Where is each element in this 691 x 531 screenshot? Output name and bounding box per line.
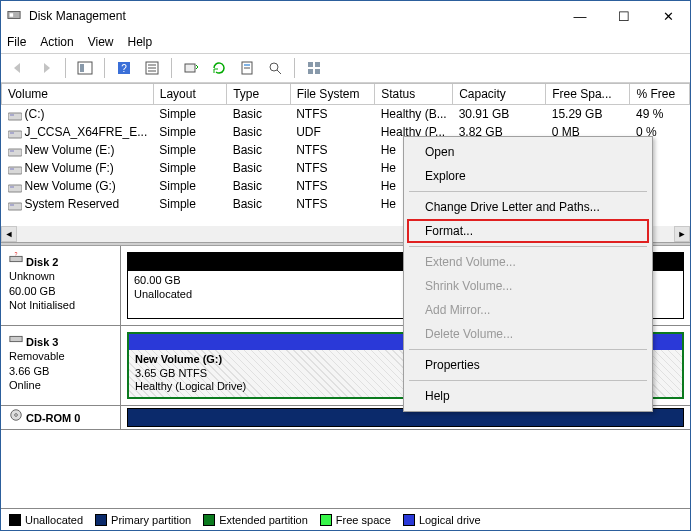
disk-name: CD-ROM 0 bbox=[26, 412, 80, 424]
col-free-space[interactable]: Free Spa... bbox=[546, 84, 630, 105]
forward-button[interactable] bbox=[35, 57, 57, 79]
ctx-extend-volume: Extend Volume... bbox=[407, 250, 649, 274]
scroll-left-button[interactable]: ◄ bbox=[1, 226, 17, 242]
svg-point-36 bbox=[15, 414, 18, 417]
cell-layout: Simple bbox=[153, 159, 226, 177]
svg-rect-21 bbox=[10, 114, 14, 116]
cell-type: Basic bbox=[227, 105, 291, 124]
separator bbox=[65, 58, 66, 78]
menu-help[interactable]: Help bbox=[128, 35, 153, 49]
svg-rect-29 bbox=[10, 186, 14, 188]
refresh-button[interactable] bbox=[180, 57, 202, 79]
svg-rect-17 bbox=[315, 62, 320, 67]
properties-button[interactable] bbox=[236, 57, 258, 79]
table-row[interactable]: (C:)SimpleBasicNTFSHealthy (B...30.91 GB… bbox=[2, 105, 690, 124]
cell-volume: New Volume (E:) bbox=[2, 141, 154, 159]
partition-status: Unallocated bbox=[134, 288, 192, 300]
col-layout[interactable]: Layout bbox=[153, 84, 226, 105]
table-header-row[interactable]: Volume Layout Type File System Status Ca… bbox=[2, 84, 690, 105]
legend-logical: Logical drive bbox=[403, 514, 481, 526]
col-volume[interactable]: Volume bbox=[2, 84, 154, 105]
separator bbox=[294, 58, 295, 78]
ctx-change-drive-letter[interactable]: Change Drive Letter and Paths... bbox=[407, 195, 649, 219]
ctx-format[interactable]: Format... bbox=[407, 219, 649, 243]
ctx-add-mirror: Add Mirror... bbox=[407, 298, 649, 322]
ctx-help[interactable]: Help bbox=[407, 384, 649, 408]
volume-name: New Volume (G:) bbox=[135, 353, 222, 365]
col-capacity[interactable]: Capacity bbox=[453, 84, 546, 105]
svg-line-15 bbox=[277, 70, 281, 74]
disk-info[interactable]: ? Disk 2 Unknown 60.00 GB Not Initialise… bbox=[1, 246, 121, 325]
ctx-separator bbox=[409, 246, 647, 247]
ctx-delete-volume: Delete Volume... bbox=[407, 322, 649, 346]
volume-size: 3.65 GB NTFS bbox=[135, 367, 207, 379]
toolbar: ? bbox=[1, 53, 690, 83]
disk-size: 60.00 GB bbox=[9, 285, 55, 297]
col-pct-free[interactable]: % Free bbox=[630, 84, 690, 105]
disk-info[interactable]: CD-ROM 0 bbox=[1, 406, 121, 429]
ctx-open[interactable]: Open bbox=[407, 140, 649, 164]
svg-point-14 bbox=[270, 63, 278, 71]
view-button[interactable] bbox=[303, 57, 325, 79]
cell-fs: NTFS bbox=[290, 141, 374, 159]
svg-rect-23 bbox=[10, 132, 14, 134]
legend-extended: Extended partition bbox=[203, 514, 308, 526]
minimize-button[interactable]: — bbox=[558, 1, 602, 31]
context-menu: Open Explore Change Drive Letter and Pat… bbox=[403, 136, 653, 412]
col-type[interactable]: Type bbox=[227, 84, 291, 105]
cell-fs: NTFS bbox=[290, 177, 374, 195]
legend-primary: Primary partition bbox=[95, 514, 191, 526]
cell-layout: Simple bbox=[153, 105, 226, 124]
volume-status: Healthy (Logical Drive) bbox=[135, 380, 246, 392]
ctx-properties[interactable]: Properties bbox=[407, 353, 649, 377]
disk-removable-icon bbox=[9, 332, 23, 346]
disk-info[interactable]: Disk 3 Removable 3.66 GB Online bbox=[1, 326, 121, 405]
cell-type: Basic bbox=[227, 195, 291, 213]
help-button[interactable]: ? bbox=[113, 57, 135, 79]
svg-rect-31 bbox=[10, 204, 14, 206]
cell-layout: Simple bbox=[153, 123, 226, 141]
titlebar: Disk Management — ☐ ✕ bbox=[1, 1, 690, 31]
back-button[interactable] bbox=[7, 57, 29, 79]
menu-file[interactable]: File bbox=[7, 35, 26, 49]
legend-swatch bbox=[403, 514, 415, 526]
show-hide-tree-button[interactable] bbox=[74, 57, 96, 79]
svg-rect-34 bbox=[10, 336, 22, 341]
maximize-button[interactable]: ☐ bbox=[602, 1, 646, 31]
rescan-button[interactable] bbox=[208, 57, 230, 79]
col-filesystem[interactable]: File System bbox=[290, 84, 374, 105]
cdrom-icon bbox=[9, 408, 23, 422]
menu-action[interactable]: Action bbox=[40, 35, 73, 49]
cell-volume: New Volume (G:) bbox=[2, 177, 154, 195]
disk-management-window: Disk Management — ☐ ✕ File Action View H… bbox=[0, 0, 691, 531]
disk-state: Unknown bbox=[9, 270, 55, 282]
svg-rect-10 bbox=[185, 64, 195, 72]
cell-fs: NTFS bbox=[290, 195, 374, 213]
svg-text:?: ? bbox=[15, 252, 18, 257]
svg-text:?: ? bbox=[121, 63, 127, 74]
cell-volume: New Volume (F:) bbox=[2, 159, 154, 177]
action-button[interactable] bbox=[264, 57, 286, 79]
settings-button[interactable] bbox=[141, 57, 163, 79]
menubar: File Action View Help bbox=[1, 31, 690, 53]
cell-type: Basic bbox=[227, 159, 291, 177]
close-button[interactable]: ✕ bbox=[646, 1, 690, 31]
app-icon bbox=[7, 8, 23, 24]
ctx-separator bbox=[409, 380, 647, 381]
window-title: Disk Management bbox=[29, 9, 558, 23]
cell-volume: System Reserved bbox=[2, 195, 154, 213]
cell-layout: Simple bbox=[153, 177, 226, 195]
cell-fs: UDF bbox=[290, 123, 374, 141]
svg-rect-27 bbox=[10, 168, 14, 170]
disk-name: Disk 2 bbox=[26, 256, 58, 268]
cell-volume: (C:) bbox=[2, 105, 154, 124]
ctx-explore[interactable]: Explore bbox=[407, 164, 649, 188]
cell-layout: Simple bbox=[153, 195, 226, 213]
scroll-right-button[interactable]: ► bbox=[674, 226, 690, 242]
cell-fs: NTFS bbox=[290, 159, 374, 177]
cell-capacity: 30.91 GB bbox=[453, 105, 546, 124]
menu-view[interactable]: View bbox=[88, 35, 114, 49]
col-status[interactable]: Status bbox=[375, 84, 453, 105]
cell-pct: 49 % bbox=[630, 105, 690, 124]
cell-layout: Simple bbox=[153, 141, 226, 159]
